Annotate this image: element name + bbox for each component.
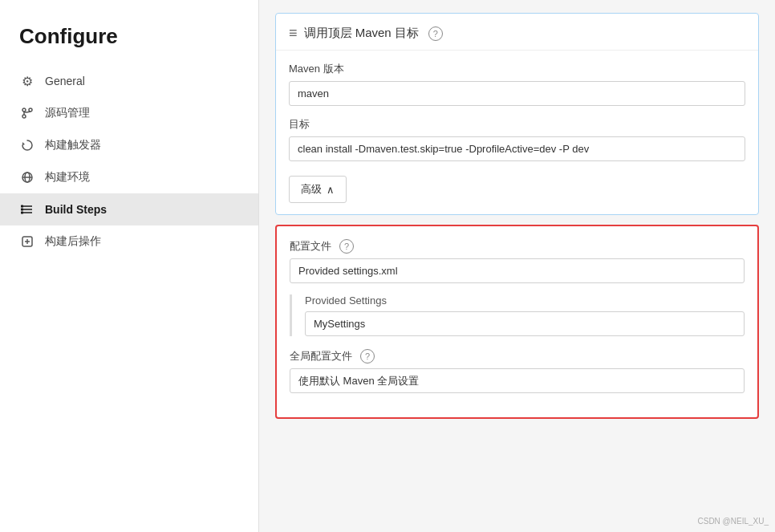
sidebar-label-env: 构建环境 — [45, 170, 90, 185]
provided-settings-input[interactable] — [305, 311, 745, 336]
svg-rect-11 — [21, 209, 23, 211]
sidebar-item-env[interactable]: 构建环境 — [0, 161, 258, 193]
globe-icon — [19, 169, 35, 185]
goals-input[interactable] — [289, 136, 745, 161]
svg-rect-12 — [21, 212, 23, 214]
goals-field: 目标 — [289, 117, 745, 161]
sidebar-item-general[interactable]: ⚙ General — [0, 65, 258, 97]
svg-point-1 — [22, 115, 26, 118]
maven-version-input[interactable] — [289, 81, 745, 106]
advanced-label: 高级 — [301, 182, 322, 197]
branch-icon — [19, 105, 35, 121]
list-icon — [19, 201, 35, 217]
maven-top-panel: ≡ 调用顶层 Maven 目标 ? Maven 版本 目标 高级 ∧ — [275, 13, 759, 215]
maven-version-label: Maven 版本 — [289, 62, 745, 76]
trigger-icon — [19, 137, 35, 153]
goals-label: 目标 — [289, 117, 745, 132]
sidebar-label-general: General — [45, 75, 85, 87]
help-button[interactable]: ? — [428, 26, 443, 41]
provided-settings-label: Provided Settings — [305, 294, 745, 307]
global-config-input[interactable] — [290, 368, 745, 393]
main-content: ≡ 调用顶层 Maven 目标 ? Maven 版本 目标 高级 ∧ 配置文件 … — [259, 0, 775, 532]
gear-icon: ⚙ — [19, 73, 35, 89]
config-file-label: 配置文件 ? — [290, 239, 745, 254]
global-config-field: 全局配置文件 ? — [290, 349, 745, 393]
global-config-label: 全局配置文件 ? — [290, 349, 745, 363]
sidebar: Configure ⚙ General 源码管理 构建触发器 — [0, 0, 259, 532]
config-file-input[interactable] — [290, 258, 745, 283]
svg-point-0 — [22, 108, 26, 112]
config-panel: 配置文件 ? Provided Settings 全局配置文件 ? — [275, 225, 759, 419]
sidebar-label-triggers: 构建触发器 — [45, 138, 101, 152]
config-file-help-button[interactable]: ? — [339, 239, 354, 254]
sidebar-item-post-build[interactable]: 构建后操作 — [0, 225, 258, 258]
config-file-field: 配置文件 ? — [290, 239, 745, 283]
panel-title: 调用顶层 Maven 目标 — [304, 26, 419, 41]
provided-settings-group: Provided Settings — [290, 294, 745, 336]
sidebar-label-post-build: 构建后操作 — [45, 234, 101, 249]
post-build-icon — [19, 234, 35, 250]
global-config-help-button[interactable]: ? — [360, 349, 375, 363]
maven-version-field: Maven 版本 — [289, 62, 745, 106]
menu-icon: ≡ — [289, 25, 298, 42]
advanced-button[interactable]: 高级 ∧ — [289, 176, 347, 203]
page-title: Configure — [0, 16, 258, 65]
sidebar-label-build-steps: Build Steps — [45, 203, 107, 216]
sidebar-label-source: 源码管理 — [45, 106, 90, 120]
chevron-up-icon: ∧ — [327, 184, 335, 196]
svg-rect-10 — [21, 205, 23, 208]
panel-body-top: Maven 版本 目标 高级 ∧ — [276, 51, 758, 214]
sidebar-item-triggers[interactable]: 构建触发器 — [0, 129, 258, 161]
sidebar-item-build-steps[interactable]: Build Steps — [0, 193, 258, 225]
svg-point-2 — [29, 108, 32, 112]
panel-header: ≡ 调用顶层 Maven 目标 ? — [276, 14, 758, 51]
sidebar-item-source[interactable]: 源码管理 — [0, 97, 258, 129]
